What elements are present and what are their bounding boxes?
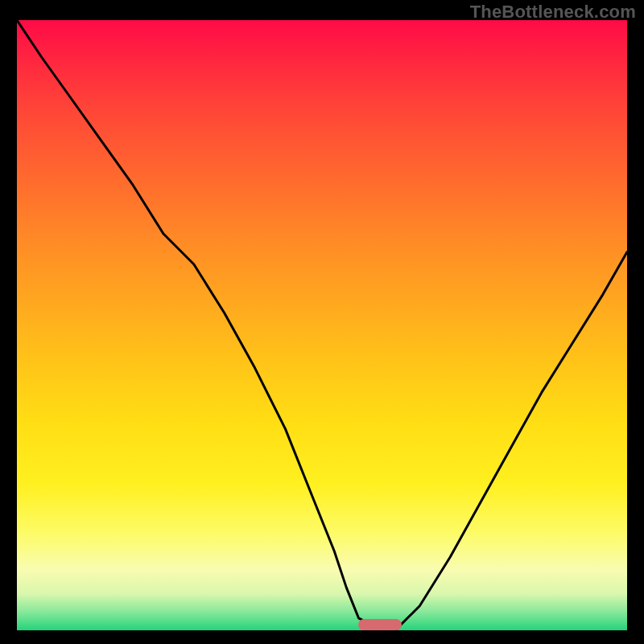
- watermark-text: TheBottleneck.com: [470, 2, 636, 23]
- plot-area: [17, 20, 627, 630]
- bottleneck-curve: [17, 20, 627, 630]
- optimal-range-marker: [358, 619, 401, 630]
- chart-frame: TheBottleneck.com: [0, 0, 644, 644]
